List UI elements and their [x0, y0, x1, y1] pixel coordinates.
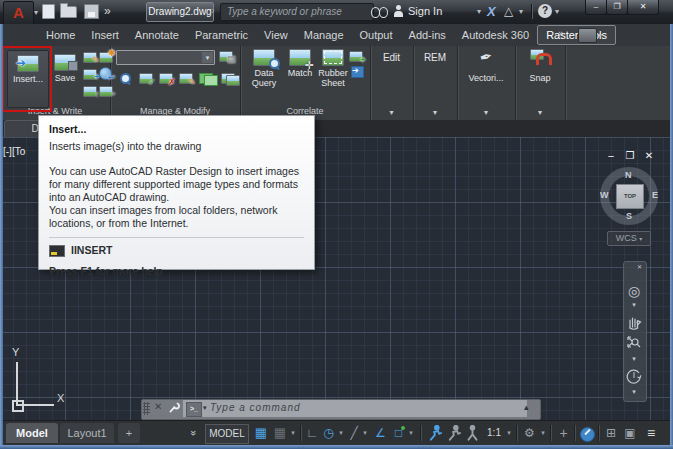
- orbit-caret-icon[interactable]: ▾: [623, 388, 645, 396]
- layout-chevron-icon[interactable]: »: [183, 426, 203, 440]
- hide-image-button[interactable]: ✗: [158, 70, 173, 84]
- tab-annotate[interactable]: Annotate: [127, 25, 187, 45]
- zoom-to-image-button[interactable]: [118, 70, 133, 84]
- zoom-extents-icon[interactable]: [623, 333, 645, 351]
- transparency-button[interactable]: [198, 70, 213, 84]
- show-image-button[interactable]: ✓: [138, 70, 153, 84]
- correlate-tool-button-1[interactable]: +: [348, 48, 363, 62]
- workspace-caret-icon[interactable]: ▾: [538, 423, 548, 443]
- ortho-toggle[interactable]: ∟: [304, 423, 320, 443]
- tab-home[interactable]: Home: [38, 25, 83, 45]
- tab-view[interactable]: View: [256, 25, 296, 45]
- viewcube-top-face[interactable]: TOP: [616, 184, 644, 209]
- viewcube-east[interactable]: E: [652, 190, 658, 200]
- clean-screen-button[interactable]: ▣: [621, 423, 639, 443]
- isolate-objects-button[interactable]: [580, 427, 595, 442]
- tab-add-ins[interactable]: Add-ins: [401, 25, 454, 45]
- drawing-restore-button[interactable]: ❐: [623, 150, 637, 161]
- cleanup-image-button[interactable]: ✎: [178, 70, 193, 84]
- panel-label-vectorize[interactable]: Vectori...: [458, 73, 514, 83]
- osnap-caret-icon[interactable]: ▾: [406, 423, 416, 443]
- drawing-minimize-button[interactable]: –: [604, 150, 618, 161]
- annotation-scale-icon[interactable]: [465, 425, 480, 441]
- crosshair-button[interactable]: +: [555, 423, 572, 443]
- help-icon[interactable]: ?: [538, 4, 552, 18]
- orbit-icon[interactable]: [623, 368, 645, 386]
- ribbon-toggle-caret-icon[interactable]: ▾: [598, 31, 602, 40]
- zoom-caret-icon[interactable]: ▾: [623, 355, 645, 363]
- isodraft-toggle[interactable]: ╱: [347, 423, 361, 443]
- tab-raster-tools[interactable]: Raster Tools: [537, 25, 616, 45]
- image-tool-button-1[interactable]: ✎: [82, 49, 97, 63]
- object-snap-tracking-toggle[interactable]: ∠: [372, 423, 389, 443]
- snap-panel-caret-icon[interactable]: ▾: [516, 108, 564, 117]
- title-arrow-icon[interactable]: ›: [211, 4, 215, 16]
- viewcube-south[interactable]: S: [626, 211, 632, 221]
- tab-output[interactable]: Output: [352, 25, 401, 45]
- viewcube-north[interactable]: N: [625, 170, 632, 180]
- image-compare-button[interactable]: [220, 70, 235, 84]
- isodraft-caret-icon[interactable]: ▾: [360, 423, 370, 443]
- viewcube-west[interactable]: W: [600, 190, 609, 200]
- pan-hand-icon[interactable]: [623, 314, 645, 330]
- tab-parametric[interactable]: Parametric: [187, 25, 256, 45]
- annotation-autoscale-toggle[interactable]: [447, 425, 462, 441]
- close-button[interactable]: ✕: [627, 0, 659, 15]
- sign-in-label[interactable]: Sign In: [408, 5, 442, 17]
- polar-caret-icon[interactable]: ▾: [336, 423, 346, 443]
- a360-icon[interactable]: △: [504, 4, 513, 18]
- scale-caret-icon[interactable]: ▾: [504, 423, 514, 443]
- panel-label-edit[interactable]: Edit: [371, 52, 412, 63]
- command-prompt-chip[interactable]: >_: [186, 402, 202, 417]
- ribbon-display-toggle[interactable]: [578, 28, 597, 43]
- polar-tracking-toggle[interactable]: ◷: [320, 423, 337, 443]
- image-tool-button-5[interactable]: ↑: [82, 83, 97, 97]
- rubber-sheet-button[interactable]: Rubber Sheet: [316, 49, 350, 88]
- snap-caret-icon[interactable]: ▾: [288, 423, 298, 443]
- snap-mode-toggle[interactable]: ▦: [271, 423, 289, 443]
- data-query-button[interactable]: Data Query: [246, 49, 282, 88]
- image-manager-button[interactable]: ▤: [218, 48, 233, 62]
- command-recent-caret-icon[interactable]: ▾: [203, 404, 207, 412]
- minimize-button[interactable]: –: [585, 0, 607, 15]
- web-image-button[interactable]: ↩: [98, 66, 113, 80]
- a360-caret-icon[interactable]: ▾: [519, 7, 523, 16]
- graphics-performance-button[interactable]: ⊞: [602, 423, 620, 443]
- vectorize-icon[interactable]: ✒: [457, 41, 516, 73]
- image-tool-button-2[interactable]: ✱: [98, 49, 113, 63]
- tab-manage[interactable]: Manage: [296, 25, 352, 45]
- save-image-button[interactable]: Save: [51, 50, 79, 106]
- customization-menu-button[interactable]: ≡: [641, 423, 661, 443]
- command-history-caret-icon[interactable]: ▴: [524, 402, 529, 412]
- wheel-caret-icon[interactable]: ▾: [623, 301, 645, 309]
- app-menu-caret-icon[interactable]: ▾: [34, 8, 38, 17]
- maximize-button[interactable]: ❐: [606, 0, 628, 15]
- viewport-controls[interactable]: [-][To: [3, 146, 25, 157]
- command-close-icon[interactable]: ✕: [154, 401, 162, 412]
- panel-label-rem[interactable]: REM: [414, 52, 456, 63]
- image-select-combobox[interactable]: ▾: [116, 50, 215, 65]
- grid-display-toggle[interactable]: ▦: [252, 423, 270, 443]
- model-tab[interactable]: Model: [6, 423, 58, 443]
- steering-wheel-icon[interactable]: ◎: [623, 283, 645, 299]
- drawing-close-button[interactable]: ✕: [642, 150, 656, 161]
- wcs-dropdown[interactable]: WCS ▾: [607, 231, 651, 246]
- image-tool-button-3[interactable]: +: [82, 66, 97, 80]
- object-snap-toggle[interactable]: □: [390, 423, 407, 443]
- tab-insert[interactable]: Insert: [83, 25, 127, 45]
- correlate-tool-button-2[interactable]: ➔: [350, 64, 365, 78]
- qat-more-button[interactable]: »: [104, 4, 111, 18]
- panel-label-snap[interactable]: Snap: [516, 73, 564, 83]
- app-menu-button[interactable]: A: [3, 1, 34, 25]
- match-button[interactable]: ✛ Match: [284, 49, 316, 78]
- rem-panel-caret-icon[interactable]: ▾: [414, 108, 456, 117]
- search-binoculars-icon[interactable]: [371, 7, 387, 18]
- new-layout-tab[interactable]: +: [118, 423, 140, 443]
- navbar-close-icon[interactable]: ✕: [623, 263, 645, 270]
- annotation-scale-value[interactable]: 1:1: [483, 423, 505, 443]
- model-space-toggle[interactable]: MODEL: [205, 424, 249, 444]
- tab-overflow-icon[interactable]: »: [558, 28, 564, 39]
- vectorize-panel-caret-icon[interactable]: ▾: [458, 108, 514, 117]
- help-caret-icon[interactable]: ▾: [555, 7, 559, 16]
- command-bar-grip[interactable]: [143, 402, 150, 415]
